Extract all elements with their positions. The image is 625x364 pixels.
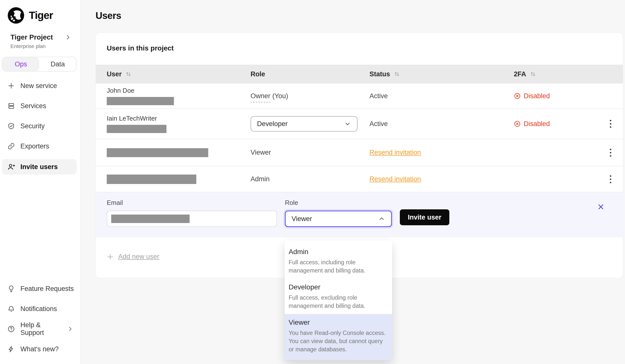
add-new-user-link[interactable]: Add new user xyxy=(118,253,159,261)
table-row: Admin Resend invitation xyxy=(96,166,623,192)
sidebar-item-help-support[interactable]: Help & Support xyxy=(0,322,81,336)
redacted-email xyxy=(107,125,166,133)
role-cell: Viewer xyxy=(251,149,369,156)
role-option-name: Developer xyxy=(289,283,388,291)
role-suffix: (You) xyxy=(272,92,288,100)
role-option-description: Full access, including role management a… xyxy=(289,258,388,275)
services-stack-icon xyxy=(7,102,15,110)
role-select-open[interactable]: Viewer xyxy=(285,211,392,227)
email-field[interactable] xyxy=(107,211,277,227)
tfa-cell: Disabled xyxy=(514,120,598,128)
table-row: John Doe Owner(You) Active Disabled xyxy=(96,84,623,108)
column-label: Role xyxy=(251,70,265,78)
sidebar-item-label: Notifications xyxy=(20,305,57,313)
email-group: Email xyxy=(107,199,277,227)
chevron-up-icon xyxy=(378,215,385,222)
chevron-down-icon xyxy=(344,120,351,127)
redacted-email-value xyxy=(111,215,190,223)
sidebar-spacer xyxy=(0,180,81,281)
role-option-description: You have Read-only Console access. You c… xyxy=(289,329,388,354)
project-plan: Enterprise plan xyxy=(10,43,81,49)
row-menu-button[interactable] xyxy=(607,146,614,159)
sidebar-item-whats-new[interactable]: What's new? xyxy=(0,342,81,356)
status-cell: Active xyxy=(369,92,514,100)
invite-user-form: Email Role Viewer Invite user xyxy=(96,192,623,237)
role-option-name: Admin xyxy=(289,248,388,256)
column-header-user[interactable]: User xyxy=(107,70,251,78)
row-menu-button[interactable] xyxy=(607,173,614,186)
role-option-admin[interactable]: Admin Full access, including role manage… xyxy=(285,243,392,279)
role-select[interactable]: Developer xyxy=(251,116,358,132)
sidebar-bottom-nav: Feature Requests Notifications Help & Su… xyxy=(0,281,81,364)
column-header-status[interactable]: Status xyxy=(369,70,514,78)
role-value: Owner xyxy=(251,92,270,102)
sidebar-item-invite-users[interactable]: Invite users xyxy=(2,159,77,175)
x-circle-icon xyxy=(514,120,521,127)
role-select-value: Viewer xyxy=(292,215,312,223)
brand-name: Tiger xyxy=(29,9,53,21)
column-header-2fa[interactable]: 2FA xyxy=(514,70,598,78)
resend-invitation-link[interactable]: Resend invitation xyxy=(369,149,421,156)
plus-icon xyxy=(107,253,114,260)
sort-icon[interactable] xyxy=(125,71,132,77)
sidebar-item-services[interactable]: Services xyxy=(0,99,81,113)
role-cell: Admin xyxy=(251,175,369,183)
role-option-developer[interactable]: Developer Full access, excluding role ma… xyxy=(285,279,392,314)
sort-icon[interactable] xyxy=(530,71,536,77)
help-circle-icon xyxy=(7,325,15,333)
sidebar-item-label: Security xyxy=(20,122,45,130)
sidebar-item-label: New service xyxy=(20,82,57,90)
email-label: Email xyxy=(107,199,277,207)
project-switcher[interactable]: Tiger Project xyxy=(10,33,71,41)
column-label: User xyxy=(107,70,122,78)
shield-check-icon xyxy=(7,122,15,130)
invite-user-button[interactable]: Invite user xyxy=(400,209,449,225)
close-icon[interactable] xyxy=(597,203,605,211)
brand-logo[interactable]: Tiger xyxy=(7,6,81,24)
page-title: Users xyxy=(96,10,623,21)
role-cell: Owner(You) xyxy=(251,92,369,100)
tfa-cell: Disabled xyxy=(514,92,598,100)
sidebar-item-exporters[interactable]: Exporters xyxy=(0,139,81,153)
role-label: Role xyxy=(285,199,392,207)
app-window: Tiger Tiger Project Enterprise plan Ops … xyxy=(0,0,625,364)
tab-ops[interactable]: Ops xyxy=(2,57,39,71)
bell-icon xyxy=(7,305,15,313)
lightbulb-icon xyxy=(7,285,15,292)
sidebar-item-label: Invite users xyxy=(20,163,58,171)
sidebar-item-label: Services xyxy=(20,102,46,110)
user-name: John Doe xyxy=(107,87,251,94)
tab-data[interactable]: Data xyxy=(39,57,76,71)
user-name: Iain LeTechWriter xyxy=(107,115,251,122)
tfa-status: Disabled xyxy=(524,120,550,128)
status-cell: Resend invitation xyxy=(369,149,514,156)
sidebar-item-new-service[interactable]: New service xyxy=(0,79,81,93)
sidebar-item-feature-requests[interactable]: Feature Requests xyxy=(0,281,81,296)
sidebar-item-notifications[interactable]: Notifications xyxy=(0,302,81,316)
role-option-description: Full access, excluding role management a… xyxy=(289,294,388,310)
sidebar-item-security[interactable]: Security xyxy=(0,119,81,133)
tiger-logo-icon xyxy=(7,6,25,24)
role-select-value: Developer xyxy=(257,120,288,128)
sidebar: Tiger Tiger Project Enterprise plan Ops … xyxy=(0,0,81,364)
status-cell: Resend invitation xyxy=(369,175,514,183)
column-header-role: Role xyxy=(251,70,369,78)
user-plus-icon xyxy=(7,163,15,171)
x-circle-icon xyxy=(514,92,521,99)
sidebar-item-label: Help & Support xyxy=(20,321,62,337)
sidebar-nav: New service Services Security Exporters xyxy=(0,79,81,180)
status-cell: Active xyxy=(369,120,514,128)
plus-icon xyxy=(7,82,15,90)
sort-icon[interactable] xyxy=(394,71,400,77)
link-icon xyxy=(7,142,15,150)
lightning-icon xyxy=(7,345,15,353)
role-option-name: Viewer xyxy=(289,318,388,326)
project-name: Tiger Project xyxy=(10,33,65,41)
role-option-viewer[interactable]: Viewer You have Read-only Console access… xyxy=(285,314,392,360)
row-menu-button[interactable] xyxy=(607,117,614,130)
role-dropdown-menu: Admin Full access, including role manage… xyxy=(285,240,392,360)
table-row: Viewer Resend invitation xyxy=(96,139,623,166)
mode-toggle: Ops Data xyxy=(2,57,77,72)
tfa-status: Disabled xyxy=(524,92,550,100)
resend-invitation-link[interactable]: Resend invitation xyxy=(369,175,421,183)
